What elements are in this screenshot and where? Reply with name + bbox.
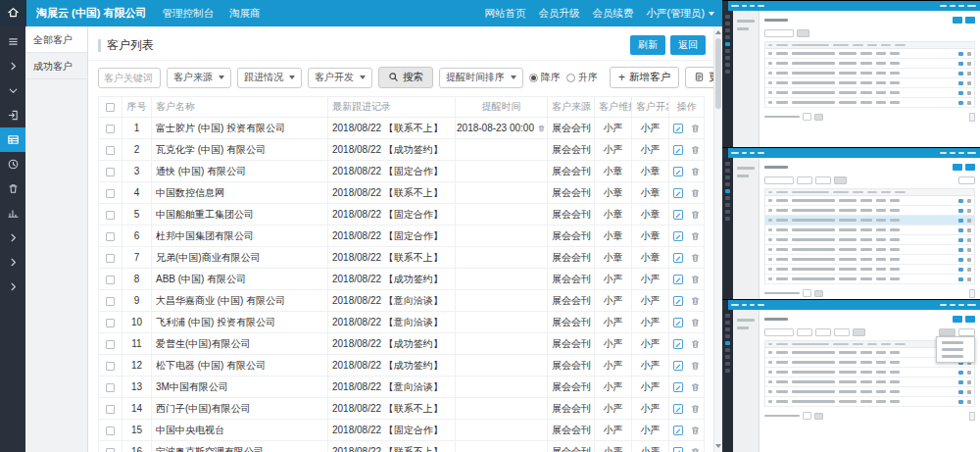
developer-select[interactable]: 客户开发	[308, 68, 372, 88]
delete-icon[interactable]	[690, 252, 701, 264]
home-button[interactable]	[0, 0, 26, 26]
delete-icon[interactable]	[690, 446, 701, 452]
trash-icon[interactable]	[0, 176, 25, 201]
edit-icon[interactable]	[672, 446, 684, 452]
main-scrollbar[interactable]	[713, 26, 722, 452]
topnav-taozhan-merchant[interactable]: 淘展商	[229, 7, 261, 21]
row-checkbox[interactable]	[106, 189, 115, 198]
user-menu[interactable]: 小严(管理员)	[647, 7, 715, 21]
row-checkbox[interactable]	[106, 427, 115, 435]
row-no-cell: 7	[122, 247, 152, 269]
refresh-button[interactable]: 刷新	[630, 35, 665, 55]
followup-record-cell: 2018/08/22 【意向洽谈】	[328, 290, 456, 312]
menu-icon[interactable]	[0, 29, 25, 54]
scroll-up-arrow-icon[interactable]	[715, 30, 721, 34]
chevron-right-icon[interactable]	[0, 226, 25, 250]
delete-icon[interactable]	[690, 338, 701, 350]
delete-icon[interactable]	[690, 209, 701, 221]
chevron-right-icon[interactable]	[0, 54, 25, 78]
topnav-member-upgrade[interactable]: 会员升级	[539, 7, 580, 21]
row-checkbox[interactable]	[106, 211, 115, 220]
more-actions-button[interactable]: 更多操作	[685, 67, 713, 88]
topnav-member-renew[interactable]: 会员续费	[593, 7, 634, 21]
edit-icon[interactable]	[672, 230, 684, 242]
keeper-cell: 小严	[595, 290, 632, 312]
source-cell: 展会会刊	[548, 182, 595, 204]
remind-time-text: 2018-08-23 00:00	[457, 123, 534, 133]
sort-asc-radio[interactable]: 升序	[566, 71, 598, 84]
add-customer-button[interactable]: + 新增客户	[610, 67, 679, 88]
edit-icon[interactable]	[672, 317, 684, 328]
table-icon[interactable]	[0, 127, 25, 152]
edit-icon[interactable]	[672, 144, 684, 156]
row-checkbox[interactable]	[106, 168, 115, 176]
select-all-checkbox[interactable]	[106, 103, 115, 112]
delete-icon[interactable]	[690, 360, 701, 372]
edit-icon[interactable]	[672, 360, 684, 372]
source-select[interactable]: 客户来源	[167, 68, 231, 88]
delete-icon[interactable]	[690, 425, 701, 436]
history-icon[interactable]	[0, 152, 25, 176]
row-checkbox[interactable]	[106, 383, 115, 392]
sidebar-item-1[interactable]: 全部客户	[25, 26, 87, 53]
search-button[interactable]: 搜索	[378, 67, 433, 88]
chevron-right-icon[interactable]	[0, 250, 25, 275]
reminder-delete-icon[interactable]	[537, 124, 546, 133]
customer-name-cell: 爱普生(中国)有限公司	[152, 333, 328, 355]
sort-desc-radio[interactable]: 降序	[529, 71, 561, 84]
edit-icon[interactable]	[672, 252, 684, 264]
edit-icon[interactable]	[672, 403, 684, 415]
edit-icon[interactable]	[672, 123, 684, 134]
keeper-cell: 小严	[595, 118, 632, 139]
row-checkbox[interactable]	[106, 254, 115, 263]
delete-icon[interactable]	[690, 381, 701, 393]
back-button[interactable]: 返回	[670, 35, 706, 55]
sort-select[interactable]: 提醒时间排序	[439, 68, 523, 88]
edit-icon[interactable]	[672, 338, 684, 350]
delete-icon[interactable]	[690, 403, 701, 415]
topnav-website-home[interactable]: 网站首页	[485, 7, 526, 21]
row-checkbox[interactable]	[106, 125, 115, 133]
delete-icon[interactable]	[690, 295, 701, 307]
row-checkbox[interactable]	[106, 232, 115, 241]
row-checkbox[interactable]	[106, 146, 115, 155]
followup-select[interactable]: 跟进情况	[237, 68, 302, 88]
edit-icon[interactable]	[672, 274, 684, 285]
keyword-input[interactable]	[98, 68, 161, 88]
row-checkbox[interactable]	[106, 362, 115, 371]
row-checkbox[interactable]	[106, 276, 115, 284]
row-checkbox[interactable]	[106, 405, 115, 414]
chevron-down-icon[interactable]	[0, 78, 25, 103]
delete-icon[interactable]	[690, 274, 701, 285]
mini-icon-sidebar	[722, 310, 733, 452]
chevron-right-icon[interactable]	[0, 275, 25, 299]
table-row: 7兄弟(中国)商业有限公司2018/08/22 【联系不上】展会会刊小章小章	[99, 247, 705, 269]
keeper-cell: 小章	[595, 204, 632, 226]
delete-icon[interactable]	[690, 317, 701, 328]
delete-icon[interactable]	[690, 144, 701, 156]
edit-icon[interactable]	[672, 425, 684, 436]
edit-icon[interactable]	[672, 381, 684, 393]
topnav-admin-console[interactable]: 管理控制台	[162, 7, 214, 21]
brand-company-name[interactable]: 淘展云 (中国) 有限公司	[36, 6, 146, 21]
row-checkbox[interactable]	[106, 297, 115, 306]
delete-icon[interactable]	[690, 230, 701, 242]
row-checkbox[interactable]	[106, 448, 115, 452]
edit-icon[interactable]	[672, 209, 684, 221]
edit-icon[interactable]	[672, 166, 684, 177]
signout-icon[interactable]	[0, 103, 25, 127]
edit-icon[interactable]	[672, 295, 684, 307]
delete-icon[interactable]	[690, 187, 701, 199]
scrollbar-thumb[interactable]	[715, 38, 721, 109]
delete-icon[interactable]	[690, 166, 701, 177]
row-checkbox[interactable]	[106, 319, 115, 327]
row-no-cell: 6	[122, 226, 152, 247]
stats-icon[interactable]	[0, 201, 25, 226]
scroll-down-arrow-icon[interactable]	[715, 444, 721, 448]
customer-name-cell: 3M中国有限公司	[152, 377, 328, 398]
delete-icon[interactable]	[690, 123, 701, 134]
sidebar-item-2[interactable]: 成功客户	[25, 53, 87, 79]
edit-icon[interactable]	[672, 187, 684, 199]
row-checkbox[interactable]	[106, 340, 115, 349]
radio-checked-icon	[529, 74, 538, 82]
